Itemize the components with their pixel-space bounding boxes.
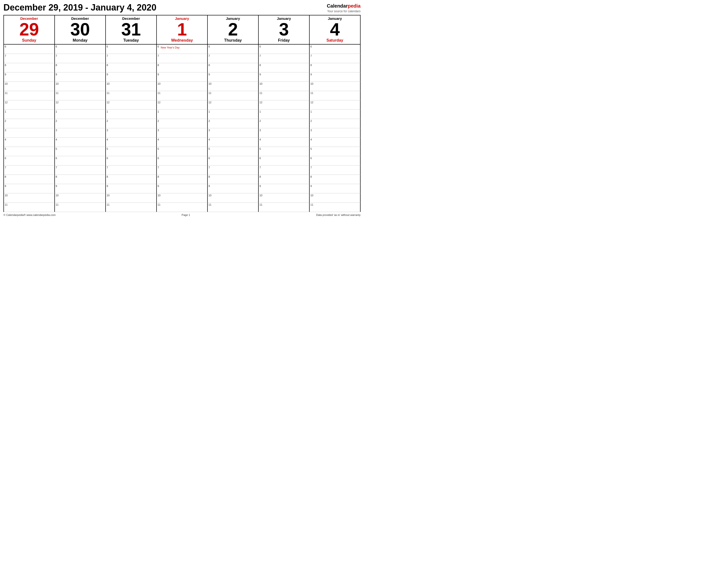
time-cell-2-3[interactable]: 8 <box>157 63 208 73</box>
time-cell-11-6[interactable]: 5 <box>310 147 361 156</box>
time-cell-12-1[interactable]: 6 <box>55 156 106 166</box>
time-cell-7-2[interactable]: 1 <box>106 110 157 119</box>
time-cell-9-2[interactable]: 3 <box>106 128 157 138</box>
time-cell-2-4[interactable]: 8 <box>208 63 259 73</box>
time-cell-12-0[interactable]: 6 <box>4 156 55 166</box>
time-cell-0-5[interactable]: 6 <box>259 45 310 54</box>
time-cell-2-6[interactable]: 8 <box>310 63 361 73</box>
time-cell-4-4[interactable]: 10 <box>208 82 259 91</box>
time-cell-13-4[interactable]: 7 <box>208 166 259 175</box>
time-cell-17-4[interactable]: 11 <box>208 203 259 212</box>
time-cell-16-3[interactable]: 10 <box>157 193 208 203</box>
time-cell-11-2[interactable]: 5 <box>106 147 157 156</box>
time-cell-13-3[interactable]: 7 <box>157 166 208 175</box>
time-cell-7-5[interactable]: 1 <box>259 110 310 119</box>
time-cell-5-2[interactable]: 11 <box>106 91 157 100</box>
time-cell-8-5[interactable]: 2 <box>259 119 310 128</box>
time-cell-5-0[interactable]: 11 <box>4 91 55 100</box>
time-cell-11-3[interactable]: 5 <box>157 147 208 156</box>
time-cell-11-5[interactable]: 5 <box>259 147 310 156</box>
time-cell-3-0[interactable]: 9 <box>4 73 55 82</box>
time-cell-3-3[interactable]: 9 <box>157 73 208 82</box>
time-cell-4-1[interactable]: 10 <box>55 82 106 91</box>
time-cell-6-0[interactable]: 12 <box>4 100 55 110</box>
time-cell-8-6[interactable]: 2 <box>310 119 361 128</box>
time-cell-15-2[interactable]: 9 <box>106 184 157 193</box>
time-cell-7-0[interactable]: 1 <box>4 110 55 119</box>
time-cell-0-6[interactable]: 6 <box>310 45 361 54</box>
time-cell-1-4[interactable]: 7 <box>208 54 259 63</box>
time-cell-0-0[interactable]: 6 <box>4 45 55 54</box>
time-cell-4-5[interactable]: 10 <box>259 82 310 91</box>
time-cell-16-2[interactable]: 10 <box>106 193 157 203</box>
time-cell-9-3[interactable]: 3 <box>157 128 208 138</box>
time-cell-5-1[interactable]: 11 <box>55 91 106 100</box>
time-cell-2-1[interactable]: 8 <box>55 63 106 73</box>
time-cell-15-6[interactable]: 9 <box>310 184 361 193</box>
time-cell-16-0[interactable]: 10 <box>4 193 55 203</box>
time-cell-5-6[interactable]: 11 <box>310 91 361 100</box>
time-cell-13-1[interactable]: 7 <box>55 166 106 175</box>
time-cell-15-4[interactable]: 9 <box>208 184 259 193</box>
time-cell-12-6[interactable]: 6 <box>310 156 361 166</box>
time-cell-1-6[interactable]: 7 <box>310 54 361 63</box>
time-cell-17-3[interactable]: 11 <box>157 203 208 212</box>
time-cell-0-1[interactable]: 6 <box>55 45 106 54</box>
time-cell-12-2[interactable]: 6 <box>106 156 157 166</box>
time-cell-7-6[interactable]: 1 <box>310 110 361 119</box>
time-cell-10-2[interactable]: 4 <box>106 138 157 147</box>
time-cell-2-2[interactable]: 8 <box>106 63 157 73</box>
time-cell-17-5[interactable]: 11 <box>259 203 310 212</box>
time-cell-7-3[interactable]: 1 <box>157 110 208 119</box>
time-cell-8-0[interactable]: 2 <box>4 119 55 128</box>
time-cell-12-5[interactable]: 6 <box>259 156 310 166</box>
time-cell-10-4[interactable]: 4 <box>208 138 259 147</box>
time-cell-9-5[interactable]: 3 <box>259 128 310 138</box>
time-cell-13-0[interactable]: 7 <box>4 166 55 175</box>
time-cell-14-4[interactable]: 8 <box>208 175 259 184</box>
time-cell-13-6[interactable]: 7 <box>310 166 361 175</box>
time-cell-0-3[interactable]: 6New Year's Day <box>157 45 208 54</box>
time-cell-11-1[interactable]: 5 <box>55 147 106 156</box>
time-cell-6-4[interactable]: 12 <box>208 100 259 110</box>
time-cell-10-0[interactable]: 4 <box>4 138 55 147</box>
time-cell-1-3[interactable]: 7 <box>157 54 208 63</box>
time-cell-0-2[interactable]: 6 <box>106 45 157 54</box>
time-cell-14-6[interactable]: 8 <box>310 175 361 184</box>
time-cell-10-5[interactable]: 4 <box>259 138 310 147</box>
time-cell-17-1[interactable]: 11 <box>55 203 106 212</box>
time-cell-4-3[interactable]: 10 <box>157 82 208 91</box>
time-cell-3-1[interactable]: 9 <box>55 73 106 82</box>
time-cell-3-4[interactable]: 9 <box>208 73 259 82</box>
time-cell-7-1[interactable]: 1 <box>55 110 106 119</box>
time-cell-15-3[interactable]: 9 <box>157 184 208 193</box>
time-cell-1-1[interactable]: 7 <box>55 54 106 63</box>
time-cell-6-1[interactable]: 12 <box>55 100 106 110</box>
time-cell-14-0[interactable]: 8 <box>4 175 55 184</box>
time-cell-4-6[interactable]: 10 <box>310 82 361 91</box>
time-cell-6-6[interactable]: 12 <box>310 100 361 110</box>
time-cell-11-0[interactable]: 5 <box>4 147 55 156</box>
time-cell-6-5[interactable]: 12 <box>259 100 310 110</box>
time-cell-1-0[interactable]: 7 <box>4 54 55 63</box>
time-cell-10-3[interactable]: 4 <box>157 138 208 147</box>
time-cell-14-3[interactable]: 8 <box>157 175 208 184</box>
time-cell-8-4[interactable]: 2 <box>208 119 259 128</box>
time-cell-14-2[interactable]: 8 <box>106 175 157 184</box>
time-cell-4-2[interactable]: 10 <box>106 82 157 91</box>
time-cell-2-5[interactable]: 8 <box>259 63 310 73</box>
time-cell-14-1[interactable]: 8 <box>55 175 106 184</box>
time-cell-13-2[interactable]: 7 <box>106 166 157 175</box>
time-cell-17-2[interactable]: 11 <box>106 203 157 212</box>
time-cell-9-4[interactable]: 3 <box>208 128 259 138</box>
time-cell-14-5[interactable]: 8 <box>259 175 310 184</box>
time-cell-0-4[interactable]: 6 <box>208 45 259 54</box>
time-cell-17-0[interactable]: 11 <box>4 203 55 212</box>
time-cell-15-1[interactable]: 9 <box>55 184 106 193</box>
time-cell-3-6[interactable]: 9 <box>310 73 361 82</box>
time-cell-9-1[interactable]: 3 <box>55 128 106 138</box>
time-cell-5-3[interactable]: 11 <box>157 91 208 100</box>
time-cell-6-3[interactable]: 12 <box>157 100 208 110</box>
time-cell-2-0[interactable]: 8 <box>4 63 55 73</box>
time-cell-1-2[interactable]: 7 <box>106 54 157 63</box>
